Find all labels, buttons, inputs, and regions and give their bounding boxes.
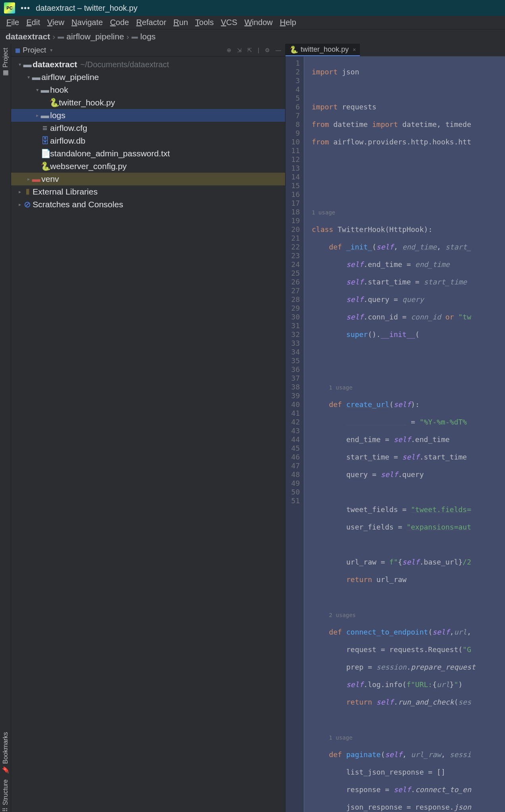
line-number[interactable]: 46 xyxy=(288,453,300,461)
line-number[interactable]: 32 xyxy=(288,330,300,339)
line-number[interactable]: 39 xyxy=(288,391,300,400)
line-number[interactable]: 33 xyxy=(288,339,300,348)
line-number[interactable]: 7 xyxy=(288,111,300,120)
line-number[interactable]: 5 xyxy=(288,94,300,103)
line-number[interactable]: 24 xyxy=(288,260,300,269)
tree-row-file[interactable]: ≡ airflow.cfg xyxy=(11,122,285,134)
collapse-all-icon[interactable]: ⇱ xyxy=(247,47,252,53)
line-number[interactable]: 12 xyxy=(288,155,300,164)
line-number[interactable]: 20 xyxy=(288,225,300,234)
line-number[interactable]: 29 xyxy=(288,304,300,313)
line-number[interactable]: 13 xyxy=(288,164,300,173)
line-number[interactable]: 51 xyxy=(288,497,300,505)
line-number[interactable]: 6 xyxy=(288,103,300,111)
line-number[interactable]: 11 xyxy=(288,146,300,155)
line-gutter[interactable]: 1234567891011121314151617181920212223242… xyxy=(286,56,304,812)
menu-tools[interactable]: Tools xyxy=(192,16,217,29)
line-number[interactable]: 9 xyxy=(288,129,300,138)
breadcrumb-item[interactable]: dataextract xyxy=(6,32,50,41)
line-number[interactable]: 21 xyxy=(288,234,300,243)
chevron-down-icon[interactable]: ▾ xyxy=(17,62,23,67)
tree-row-file[interactable]: 🐍 webserver_config.py xyxy=(11,160,285,173)
line-number[interactable]: 17 xyxy=(288,199,300,208)
chevron-right-icon[interactable]: ▸ xyxy=(25,176,32,182)
line-number[interactable]: 8 xyxy=(288,120,300,129)
chevron-down-icon[interactable]: ▾ xyxy=(25,74,32,80)
line-number[interactable]: 10 xyxy=(288,138,300,146)
hide-icon[interactable]: — xyxy=(276,47,281,53)
dropdown-icon[interactable]: ▾ xyxy=(50,47,52,53)
chevron-right-icon[interactable]: ▸ xyxy=(17,202,23,207)
menu-run[interactable]: Run xyxy=(170,16,191,29)
tool-structure-button[interactable]: ⠿ Structure xyxy=(2,779,9,812)
line-number[interactable]: 3 xyxy=(288,76,300,85)
line-number[interactable]: 2 xyxy=(288,68,300,76)
menu-code[interactable]: Code xyxy=(107,16,132,29)
line-number[interactable]: 14 xyxy=(288,173,300,181)
menu-navigate[interactable]: Navigate xyxy=(68,16,106,29)
menu-edit[interactable]: Edit xyxy=(23,16,43,29)
overflow-icon[interactable]: ••• xyxy=(21,4,30,13)
tree-row-libraries[interactable]: ▸ ⫴ External Libraries xyxy=(11,185,285,198)
line-number[interactable]: 31 xyxy=(288,321,300,330)
chevron-right-icon[interactable]: ▸ xyxy=(34,113,41,118)
locate-icon[interactable]: ⊕ xyxy=(227,47,231,53)
expand-all-icon[interactable]: ⇲ xyxy=(237,47,242,53)
line-number[interactable]: 35 xyxy=(288,356,300,365)
line-number[interactable]: 22 xyxy=(288,243,300,251)
line-number[interactable]: 37 xyxy=(288,374,300,383)
tree-row-root[interactable]: ▾ ▬ dataextract ~/Documents/dataextract xyxy=(11,58,285,71)
tool-project-button[interactable]: ▦ Project xyxy=(2,48,9,77)
line-number[interactable]: 47 xyxy=(288,461,300,470)
line-number[interactable]: 23 xyxy=(288,251,300,260)
close-icon[interactable]: × xyxy=(353,47,356,53)
tree-row-folder-selected[interactable]: ▸ ▬ logs xyxy=(11,109,285,122)
tree-row-file[interactable]: 🗄 airflow.db xyxy=(11,134,285,147)
chevron-right-icon[interactable]: ▸ xyxy=(17,189,23,195)
menu-window[interactable]: Window xyxy=(241,16,276,29)
menu-view[interactable]: View xyxy=(44,16,68,29)
tool-bookmarks-button[interactable]: 🔖 Bookmarks xyxy=(2,732,9,774)
line-number[interactable]: 1 xyxy=(288,59,300,68)
menu-vcs[interactable]: VCS xyxy=(218,16,241,29)
line-number[interactable]: 18 xyxy=(288,208,300,216)
breadcrumb-item[interactable]: logs xyxy=(140,32,156,41)
line-number[interactable]: 4 xyxy=(288,85,300,94)
line-number[interactable]: 16 xyxy=(288,190,300,199)
line-number[interactable]: 27 xyxy=(288,286,300,295)
breadcrumb[interactable]: dataextract › ▬ airflow_pipeline › ▬ log… xyxy=(0,29,505,44)
gear-icon[interactable]: ⚙ xyxy=(265,47,270,53)
line-number[interactable]: 40 xyxy=(288,400,300,409)
menu-refactor[interactable]: Refactor xyxy=(133,16,169,29)
line-number[interactable]: 44 xyxy=(288,435,300,444)
line-number[interactable]: 49 xyxy=(288,479,300,488)
line-number[interactable]: 42 xyxy=(288,418,300,426)
line-number[interactable]: 30 xyxy=(288,313,300,321)
editor-tab[interactable]: 🐍 twitter_hook.py × xyxy=(286,44,360,56)
menu-file[interactable]: File xyxy=(3,16,22,29)
line-number[interactable]: 38 xyxy=(288,383,300,391)
tree-row-scratches[interactable]: ▸ ⊘ Scratches and Consoles xyxy=(11,198,285,211)
code-editor[interactable]: 1234567891011121314151617181920212223242… xyxy=(286,56,505,812)
line-number[interactable]: 41 xyxy=(288,409,300,418)
chevron-down-icon[interactable]: ▾ xyxy=(34,87,41,93)
line-number[interactable]: 45 xyxy=(288,444,300,453)
tree-row-folder[interactable]: ▾ ▬ airflow_pipeline xyxy=(11,71,285,84)
line-number[interactable]: 28 xyxy=(288,295,300,304)
breadcrumb-item[interactable]: airflow_pipeline xyxy=(66,32,124,41)
line-number[interactable]: 19 xyxy=(288,216,300,225)
project-tree[interactable]: ▾ ▬ dataextract ~/Documents/dataextract … xyxy=(11,56,285,812)
line-number[interactable]: 26 xyxy=(288,278,300,286)
code-content[interactable]: import json import requests from datetim… xyxy=(309,56,505,812)
line-number[interactable]: 25 xyxy=(288,269,300,278)
line-number[interactable]: 48 xyxy=(288,470,300,479)
tree-row-folder[interactable]: ▸ ▬ venv xyxy=(11,173,285,185)
tree-row-file[interactable]: 📄 standalone_admin_password.txt xyxy=(11,147,285,160)
menu-help[interactable]: Help xyxy=(277,16,299,29)
line-number[interactable]: 34 xyxy=(288,348,300,356)
tree-row-folder[interactable]: ▾ ▬ hook xyxy=(11,84,285,96)
line-number[interactable]: 36 xyxy=(288,365,300,374)
line-number[interactable]: 50 xyxy=(288,488,300,497)
line-number[interactable]: 15 xyxy=(288,181,300,190)
tree-row-file[interactable]: 🐍 twitter_hook.py xyxy=(11,96,285,109)
